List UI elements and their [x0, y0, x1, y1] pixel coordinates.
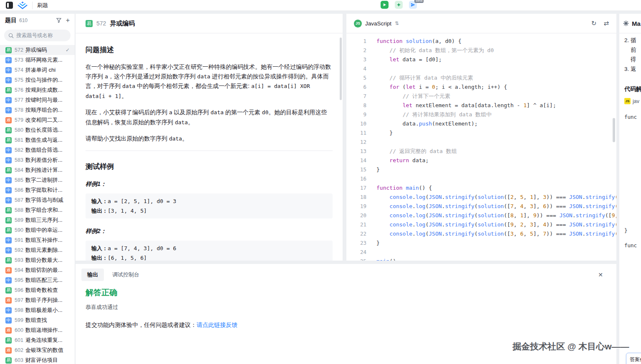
problem-list-item[interactable]: 易601避免连续重复...: [0, 335, 75, 345]
tab-debug-console[interactable]: 调试控制台: [106, 269, 145, 281]
code-line[interactable]: 4: [346, 64, 616, 73]
difficulty-badge: 中: [5, 317, 12, 324]
code-line[interactable]: 17function main() {: [346, 183, 616, 193]
reset-code-icon[interactable]: ↻: [591, 20, 597, 27]
code-line[interactable]: 23}: [346, 238, 616, 248]
problem-title: 改变相同二叉...: [25, 116, 70, 124]
problem-list-item[interactable]: 中578按顺序组合的...: [0, 105, 75, 115]
problem-list-item[interactable]: 难602金银珠宝的数值: [0, 345, 75, 355]
code-line[interactable]: 21 console.log(JSON.stringify(solution([…: [346, 220, 616, 229]
problem-list-item[interactable]: 中599数组查找: [0, 315, 75, 325]
problem-list-item[interactable]: 中585数字二进制拼...: [0, 175, 75, 185]
problem-list-item[interactable]: 难594数组切割的最...: [0, 265, 75, 275]
code-line[interactable]: 8 let nextElement = data[data.length - 1…: [346, 101, 616, 110]
feedback-link[interactable]: 请点此链接反馈: [197, 321, 237, 328]
problem-id: 595: [15, 277, 23, 283]
problem-scrollbar[interactable]: [340, 38, 342, 100]
sample-output: 输出：[3, 1, 4, 5]: [91, 206, 327, 216]
code-line[interactable]: 9 // 将计算结果添加到 data 数组中: [346, 110, 616, 119]
answer-corner-box[interactable]: 答案代: [626, 353, 641, 364]
juejin-logo-icon[interactable]: [17, 1, 28, 9]
problem-list-item[interactable]: 中586数字提取和计...: [0, 185, 75, 195]
problem-list-item[interactable]: 中577按键时间与最...: [0, 95, 75, 105]
problem-list-item[interactable]: 易593数组分数最大...: [0, 255, 75, 265]
problem-list-item[interactable]: 难600数组递增操作...: [0, 325, 75, 335]
code-text: [366, 64, 376, 73]
problem-list-item[interactable]: 中595数组匹配三元...: [0, 275, 75, 285]
close-icon[interactable]: ✕: [598, 271, 603, 278]
format-code-icon[interactable]: ⇄: [603, 20, 609, 27]
assistant-text: 得: [631, 56, 636, 63]
code-line[interactable]: 6 for (let i = 0; i < a.length; i++) {: [346, 83, 616, 92]
difficulty-badge: 中: [5, 107, 12, 113]
code-editor[interactable]: 1function solution(a, d0) {2 // 初始化 data…: [346, 33, 616, 261]
problem-list-item[interactable]: 中587数字筛选与削减: [0, 195, 75, 205]
code-line[interactable]: 11 }: [346, 128, 616, 138]
problem-list-item[interactable]: 难597数组子序列操...: [0, 295, 75, 305]
code-line[interactable]: 5 // 循环计算 data 中的后续元素: [346, 73, 616, 83]
problem-list-item[interactable]: 易581数值生成与返...: [0, 135, 75, 145]
problem-title: 数组互补操作...: [25, 236, 70, 244]
problem-list-item[interactable]: 易603财富评估项目: [0, 355, 75, 364]
code-line[interactable]: 14 return data;: [346, 156, 616, 165]
problem-title: 数组极差最小...: [25, 306, 70, 314]
code-line[interactable]: 19 console.log(JSON.stringify(solution([…: [346, 202, 616, 211]
code-line[interactable]: 12: [346, 138, 616, 147]
editor-panel: JS JavaScript ⇅ ↻ ⇄ 1function solution(a…: [346, 14, 616, 261]
problem-list-item[interactable]: 易590数组中的幸运...: [0, 225, 75, 235]
problem-title: 数组三元序列...: [25, 216, 70, 224]
problem-list-item[interactable]: 易589数组三元序列...: [0, 215, 75, 225]
problem-list-item[interactable]: 中598数组极差最小...: [0, 305, 75, 315]
problem-list-item[interactable]: 易584数列推进计算...: [0, 165, 75, 175]
code-line[interactable]: 7 // 计算下一个元素: [346, 92, 616, 101]
code-text: let nextElement = data[data.length - 1] …: [366, 101, 556, 110]
problem-list-item[interactable]: 难579改变相同二叉...: [0, 115, 75, 125]
sidebar-toggle-icon[interactable]: [6, 2, 13, 9]
difficulty-badge: 中: [5, 67, 12, 73]
problem-list-item[interactable]: 中592数组元素删除...: [0, 245, 75, 255]
code-lines: 1function solution(a, d0) {2 // 初始化 data…: [346, 37, 616, 261]
problem-list-item[interactable]: 中591数组互补操作...: [0, 235, 75, 245]
difficulty-badge: 中: [5, 237, 12, 244]
run-button[interactable]: [381, 1, 389, 9]
code-line[interactable]: 2 // 初始化 data 数组，第一个元素为 d0: [346, 46, 616, 55]
problem-id: 603: [15, 357, 23, 363]
code-line[interactable]: 24: [346, 248, 616, 257]
code-text: // 返回完整的 data 数组: [366, 147, 457, 156]
difficulty-badge: 易: [5, 47, 12, 53]
problem-list-item[interactable]: 中583数列差值分析...: [0, 155, 75, 165]
tab-output[interactable]: 输出: [81, 269, 104, 281]
beautify-button[interactable]: [395, 1, 403, 9]
code-line[interactable]: 20 console.log(JSON.stringify(solution([…: [346, 211, 616, 220]
code-line[interactable]: 25main();: [346, 257, 616, 261]
add-icon[interactable]: +: [66, 18, 70, 23]
problem-list-item[interactable]: 易576按规则生成数...: [0, 85, 75, 95]
problem-id: 587: [15, 197, 23, 203]
problem-list-item[interactable]: 易572异或编码✓: [0, 45, 75, 55]
difficulty-badge: 中: [5, 187, 12, 193]
code-line[interactable]: 15}: [346, 165, 616, 174]
problem-list-item[interactable]: 中574拼凑单词 chi: [0, 65, 75, 75]
code-line[interactable]: 3 let data = [d0];: [346, 55, 616, 64]
language-switch-icon[interactable]: ⇅: [395, 20, 399, 26]
editor-header: JS JavaScript ⇅ ↻ ⇄: [346, 14, 616, 33]
problem-list-item[interactable]: 中575按位与操作的...: [0, 75, 75, 85]
problem-list-item[interactable]: 中582数值组合筛选...: [0, 145, 75, 155]
problem-list-item[interactable]: 易588数字组合求和...: [0, 205, 75, 215]
problem-list-item[interactable]: 易580数位长度筛选...: [0, 125, 75, 135]
code-line[interactable]: 10 data.push(nextElement);: [346, 119, 616, 128]
problem-list-item[interactable]: 中573循环网格元素...: [0, 55, 75, 65]
app-title[interactable]: 刷题: [32, 2, 48, 9]
code-line[interactable]: 18 console.log(JSON.stringify(solution([…: [346, 193, 616, 202]
filter-icon[interactable]: [56, 18, 61, 23]
code-line[interactable]: 13 // 返回完整的 data 数组: [346, 147, 616, 156]
submit-button[interactable]: Beta: [409, 1, 417, 9]
editor-scrollbar[interactable]: [613, 118, 615, 142]
search-input[interactable]: [16, 33, 63, 38]
beta-badge: Beta: [414, 0, 424, 3]
code-line[interactable]: 1function solution(a, d0) {: [346, 37, 616, 46]
problem-list-item[interactable]: 易596数组奇数检查: [0, 285, 75, 295]
code-line[interactable]: 22 console.log(JSON.stringify(solution([…: [346, 229, 616, 238]
sidebar-header: 题目 610 +: [0, 14, 75, 27]
code-line[interactable]: 16: [346, 174, 616, 183]
